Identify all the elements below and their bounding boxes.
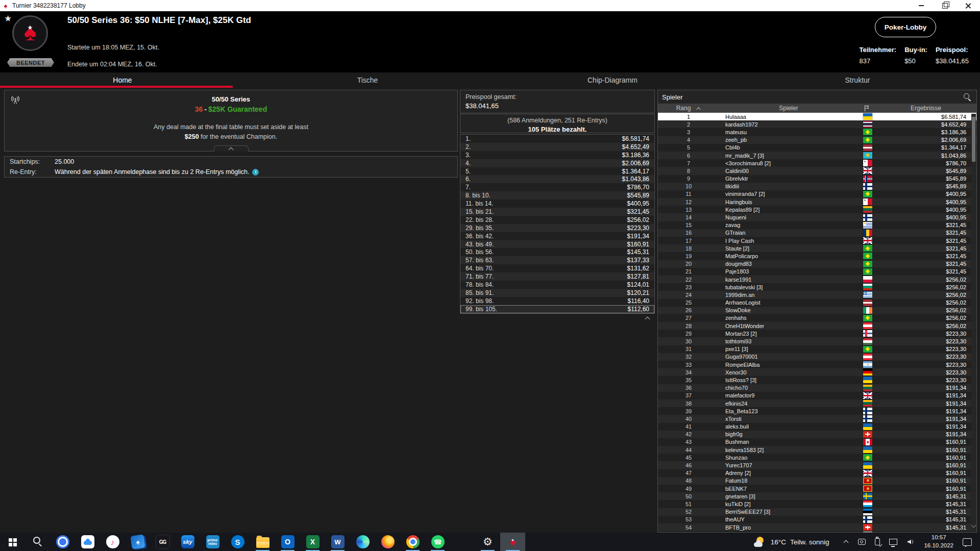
table-row[interactable]: 23tubatalevski [3]$256,02 <box>658 283 976 291</box>
prize-scroll-up-button[interactable] <box>641 315 654 321</box>
taskbar-solitaire-button[interactable] <box>125 533 150 551</box>
tray-volume-icon[interactable] <box>904 537 914 546</box>
prize-row[interactable]: 1.$6.581,74 <box>460 135 654 143</box>
table-row[interactable]: 44kelevra1583 [2]$160,91 <box>658 446 976 454</box>
prize-row[interactable]: 8. bis 10.$545,89 <box>460 191 654 199</box>
table-row[interactable]: 18Staute [2]$321,45 <box>658 244 976 252</box>
prize-row[interactable]: 3.$3.186,36 <box>460 151 654 159</box>
table-row[interactable]: 3mateusu$3.186,36 <box>658 128 976 136</box>
table-row[interactable]: 9Gbrelvktr$545,89 <box>658 175 976 183</box>
taskbar-skype-button[interactable] <box>225 533 250 551</box>
table-row[interactable]: 12Haringbuis$400,95 <box>658 198 976 206</box>
taskbar-file-explorer-button[interactable] <box>250 533 275 551</box>
taskbar-firefox-button[interactable] <box>375 533 400 551</box>
tray-device-icon[interactable] <box>857 537 866 546</box>
prize-row[interactable]: 36. bis 42.$191,34 <box>460 232 654 240</box>
prize-row[interactable]: 29. bis 35.$223,30 <box>460 224 654 232</box>
tab-tische[interactable]: Tische <box>245 72 490 88</box>
tab-home[interactable]: Home <box>0 72 245 88</box>
table-row[interactable]: 28OneH1tWonder$256,02 <box>658 322 976 330</box>
table-row[interactable]: 8Caldini00$545,89 <box>658 167 976 174</box>
taskbar-start-button[interactable] <box>0 533 25 551</box>
taskbar-signal-button[interactable] <box>50 533 75 551</box>
taskbar-clock[interactable]: 10:57 16.10.2022 <box>919 534 959 549</box>
taskbar-settings-button[interactable] <box>475 533 500 551</box>
table-row[interactable]: 5Cbl4b$1.364,17 <box>658 144 976 152</box>
taskbar-edge-button[interactable] <box>350 533 375 551</box>
prize-row[interactable]: 4.$2.006,69 <box>460 159 654 167</box>
tray-usb-icon[interactable] <box>873 537 882 546</box>
prize-row[interactable]: 64. bis 70.$131,62 <box>460 264 654 272</box>
prize-row[interactable]: 50. bis 56.$145,31 <box>460 248 654 256</box>
taskbar-icloud-button[interactable] <box>75 533 100 551</box>
table-row[interactable]: 20dougmd83$321,45 <box>658 260 976 268</box>
table-row[interactable]: 21Paje1803$321,45 <box>658 268 976 276</box>
players-scrollbar[interactable] <box>971 114 976 532</box>
prize-row[interactable]: 2.$4.652,49 <box>460 143 654 151</box>
table-row[interactable]: 43Bushman$160,91 <box>658 438 976 446</box>
table-row[interactable]: 47Adreny [2]$160,91 <box>658 469 976 477</box>
prize-row[interactable]: 7.$786,70 <box>460 183 654 191</box>
search-icon[interactable] <box>963 93 971 101</box>
notification-center-icon[interactable] <box>963 538 972 546</box>
taskbar-excel-button[interactable] <box>300 533 325 551</box>
scroll-down-indicator[interactable] <box>972 521 975 531</box>
table-row[interactable]: 17I Play Cash$321,45 <box>658 237 976 244</box>
prize-row[interactable]: 57. bis 63.$137,33 <box>460 256 654 264</box>
table-row[interactable]: 49bEENK7$160,91 <box>658 485 976 492</box>
collapse-panel-button[interactable] <box>214 145 249 152</box>
close-button[interactable] <box>957 0 980 11</box>
minimize-button[interactable] <box>910 0 933 11</box>
taskbar-ggpoker-button[interactable] <box>150 533 175 551</box>
table-row[interactable]: 46Yurec1707$160,91 <box>658 461 976 469</box>
prize-row[interactable]: 43. bis 49.$160,91 <box>460 240 654 248</box>
table-row[interactable]: 26SlowDoke$256,02 <box>658 307 976 314</box>
column-player[interactable]: Spieler <box>719 105 858 112</box>
weather-widget[interactable]: 16°C Teilw. sonnig <box>753 536 837 547</box>
column-rank[interactable]: Rang <box>658 105 719 112</box>
prize-row[interactable]: 6.$1.043,86 <box>460 175 654 183</box>
table-row[interactable]: 53theAUY$145,31 <box>658 516 976 523</box>
tray-network-icon[interactable] <box>889 537 898 546</box>
table-row[interactable]: 1Hulaaaa$6.581,74 <box>658 113 976 120</box>
table-row[interactable]: 37malefactor9$191,34 <box>658 392 976 399</box>
tab-struktur[interactable]: Struktur <box>735 72 980 88</box>
table-row[interactable]: 14Nugueni$400,95 <box>658 213 976 221</box>
scrollbar-thumb[interactable] <box>972 117 975 162</box>
table-row[interactable]: 36chicho70$191,34 <box>658 384 976 392</box>
table-row[interactable]: 30tothtomi93$223,30 <box>658 337 976 345</box>
table-row[interactable]: 15zavag$321,45 <box>658 221 976 229</box>
prize-row[interactable]: 92. bis 98.$116,40 <box>460 297 654 305</box>
info-icon[interactable]: i <box>252 169 259 176</box>
table-row[interactable]: 52BerriSwEEE27 [3]$145,31 <box>658 508 976 516</box>
taskbar-chrome-button[interactable] <box>400 533 425 551</box>
table-row[interactable]: 4zeeh_pb$2.006,69 <box>658 136 976 144</box>
table-row[interactable]: 45Shunzao$160,91 <box>658 454 976 461</box>
prize-row[interactable]: 99. bis 105.$112,60 <box>460 305 654 313</box>
table-row[interactable]: 31pxe11 [3]$223,30 <box>658 345 976 353</box>
prize-row[interactable]: 78. bis 84.$124,01 <box>460 281 654 289</box>
taskbar-outlook-button[interactable] <box>275 533 300 551</box>
taskbar-search-button[interactable] <box>25 533 50 551</box>
table-row[interactable]: 7<3orochimaru8 [2]$786,70 <box>658 159 976 167</box>
taskbar-whatsapp-button[interactable] <box>425 533 450 551</box>
table-row[interactable]: 35IsItRoss? [3]$223,30 <box>658 376 976 384</box>
favorite-star-icon[interactable] <box>4 13 12 24</box>
taskbar-word-button[interactable] <box>325 533 350 551</box>
column-flag[interactable] <box>858 105 875 112</box>
tray-chevron-up-icon[interactable] <box>841 537 850 546</box>
table-row[interactable]: 39Eta_Beta123$191,34 <box>658 407 976 415</box>
table-row[interactable]: 48Fatum18$160,91 <box>658 477 976 485</box>
taskbar-itunes-button[interactable] <box>100 533 125 551</box>
table-row[interactable]: 51kuTkiD [2]$145,31 <box>658 500 976 508</box>
table-row[interactable]: 11vinimiranda7 [2]$400,95 <box>658 190 976 198</box>
table-row[interactable]: 50gnetaren [3]$145,31 <box>658 492 976 500</box>
table-row[interactable]: 13Kepalas89 [2]$400,95 <box>658 206 976 213</box>
prize-row[interactable]: 71. bis 77.$127,81 <box>460 272 654 281</box>
prize-row[interactable]: 15. bis 21.$321,45 <box>460 208 654 216</box>
table-row[interactable]: 10tikidiii$545,89 <box>658 183 976 190</box>
taskbar-pokerstars-button[interactable] <box>500 533 525 551</box>
table-row[interactable]: 2kardash1972$4.652,49 <box>658 120 976 128</box>
poker-lobby-button[interactable]: Poker-Lobby <box>875 17 936 37</box>
table-row[interactable]: 40xTorsti$191,34 <box>658 415 976 422</box>
